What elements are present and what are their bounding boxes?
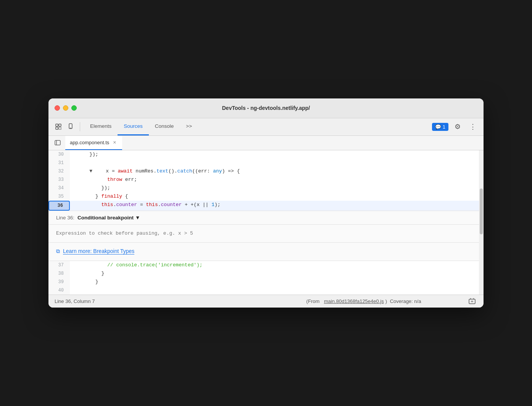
line-number-33: 33 bbox=[48, 176, 70, 184]
status-coverage: Coverage: n/a bbox=[390, 298, 421, 304]
line-content-31 bbox=[70, 159, 479, 167]
status-position-text: Line 36, Column 7 bbox=[55, 298, 95, 304]
window-title: DevTools - ng-devtools.netlify.app/ bbox=[222, 105, 310, 111]
status-from-label: (From bbox=[306, 298, 320, 304]
line-number-38: 38 bbox=[48, 269, 70, 278]
titlebar: DevTools - ng-devtools.netlify.app/ bbox=[48, 98, 484, 118]
badge-icon: 💬 bbox=[435, 124, 441, 130]
line-content-36: this.counter = this.counter + +(x || 1); bbox=[70, 201, 479, 211]
table-row: 32 ▼ x = await numRes.text().catch((err:… bbox=[48, 167, 479, 176]
line-content-38: } bbox=[70, 269, 479, 278]
filename: app.component.ts bbox=[70, 140, 109, 145]
table-row: 36 this.counter = this.counter + +(x || … bbox=[48, 201, 479, 211]
status-position: Line 36, Column 7 bbox=[55, 298, 261, 304]
line-content-40 bbox=[70, 286, 479, 295]
table-row: 39 } bbox=[48, 278, 479, 286]
dropdown-arrow-icon: ▼ bbox=[135, 215, 140, 221]
line-content-33: throw err; bbox=[70, 176, 479, 184]
console-badge-button[interactable]: 💬 1 bbox=[432, 123, 448, 131]
screenshot-icon-button[interactable] bbox=[467, 296, 477, 307]
breakpoint-type-label: Conditional breakpoint bbox=[77, 215, 134, 221]
tab-more[interactable]: >> bbox=[180, 118, 198, 135]
table-row: 33 throw err; bbox=[48, 176, 479, 184]
statusbar: Line 36, Column 7 (From main.80d1368fa12… bbox=[48, 295, 484, 308]
breakpoint-type-select[interactable]: Conditional breakpoint ▼ bbox=[77, 215, 140, 221]
toolbar: Elements Sources Console >> 💬 1 ⚙ ⋮ bbox=[48, 118, 484, 136]
more-options-button[interactable]: ⋮ bbox=[467, 121, 479, 133]
close-button[interactable] bbox=[55, 105, 60, 111]
line-number-30: 30 bbox=[48, 150, 70, 159]
toolbar-divider bbox=[80, 122, 80, 131]
table-row: 38 } bbox=[48, 269, 479, 278]
breakpoint-header: Line 36: Conditional breakpoint ▼ bbox=[48, 211, 479, 225]
status-file-link[interactable]: main.80d1368fa125e4e0.js bbox=[324, 298, 384, 304]
status-paren-close: ) bbox=[385, 298, 389, 304]
line-content-35: } finally { bbox=[70, 192, 479, 201]
table-row: 37 // console.trace('incremented'); bbox=[48, 261, 479, 269]
status-center: (From main.80d1368fa125e4e0.js ) Coverag… bbox=[261, 298, 467, 304]
breakpoint-expression-area bbox=[48, 225, 479, 243]
code-lines-continued: 37 // console.trace('incremented'); 38 }… bbox=[48, 261, 479, 295]
line-number-35: 35 bbox=[48, 192, 70, 201]
external-link-icon: ⧉ bbox=[56, 248, 60, 255]
maximize-button[interactable] bbox=[71, 105, 77, 111]
svg-rect-0 bbox=[56, 124, 58, 126]
line-content-39: } bbox=[70, 278, 479, 286]
devtools-window: DevTools - ng-devtools.netlify.app/ Elem… bbox=[48, 98, 484, 308]
svg-rect-6 bbox=[55, 140, 60, 145]
table-row: 34 }); bbox=[48, 184, 479, 192]
inspector-icon[interactable] bbox=[53, 121, 64, 132]
line-number-32: 32 bbox=[48, 167, 70, 176]
toolbar-right: 💬 1 ⚙ ⋮ bbox=[432, 121, 479, 133]
toolbar-tabs: Elements Sources Console >> bbox=[84, 118, 430, 135]
badge-count: 1 bbox=[443, 124, 445, 130]
sidebar-toggle-button[interactable] bbox=[52, 136, 64, 150]
breakpoint-expression-input[interactable] bbox=[56, 230, 471, 237]
editor-area: 30 }); 31 32 ▼ x = await numRes.text().c… bbox=[48, 150, 484, 295]
breakpoint-panel: Line 36: Conditional breakpoint ▼ ⧉ Lear… bbox=[48, 211, 479, 261]
filetab-close-button[interactable]: × bbox=[111, 139, 118, 145]
tab-elements[interactable]: Elements bbox=[84, 118, 118, 135]
table-row: 40 bbox=[48, 286, 479, 295]
svg-rect-3 bbox=[59, 127, 61, 129]
line-content-32: ▼ x = await numRes.text().catch((err: an… bbox=[70, 167, 479, 176]
file-tab-app-component[interactable]: app.component.ts × bbox=[65, 136, 122, 150]
status-right bbox=[467, 296, 477, 307]
tab-console[interactable]: Console bbox=[149, 118, 180, 135]
line-number-39: 39 bbox=[48, 278, 70, 286]
scrollbar-thumb[interactable] bbox=[480, 188, 483, 234]
svg-rect-5 bbox=[70, 128, 71, 128]
svg-rect-2 bbox=[59, 124, 61, 126]
breakpoint-link-area: ⧉ Learn more: Breakpoint Types bbox=[48, 243, 479, 261]
line-number-36: 36 bbox=[48, 201, 70, 211]
svg-rect-11 bbox=[471, 301, 473, 302]
minimize-button[interactable] bbox=[63, 105, 68, 111]
traffic-lights bbox=[55, 105, 77, 111]
line-content-34: }); bbox=[70, 184, 479, 192]
code-editor: 30 }); 31 32 ▼ x = await numRes.text().c… bbox=[48, 150, 479, 295]
settings-button[interactable]: ⚙ bbox=[451, 121, 464, 133]
tab-sources[interactable]: Sources bbox=[118, 118, 149, 135]
code-lines: 30 }); 31 32 ▼ x = await numRes.text().c… bbox=[48, 150, 479, 211]
filetabs: app.component.ts × bbox=[48, 136, 484, 150]
device-icon[interactable] bbox=[65, 121, 76, 132]
learn-more-link[interactable]: Learn more: Breakpoint Types bbox=[63, 248, 134, 255]
table-row: 35 } finally { bbox=[48, 192, 479, 201]
svg-rect-1 bbox=[56, 127, 58, 129]
line-number-34: 34 bbox=[48, 184, 70, 192]
scrollbar[interactable] bbox=[479, 150, 484, 295]
table-row: 30 }); bbox=[48, 150, 479, 159]
line-content-30: }); bbox=[70, 150, 479, 159]
breakpoint-line-label: Line 36: bbox=[56, 215, 74, 221]
line-number-31: 31 bbox=[48, 159, 70, 167]
line-content-37: // console.trace('incremented'); bbox=[70, 261, 479, 269]
line-number-37: 37 bbox=[48, 261, 70, 269]
line-number-40: 40 bbox=[48, 286, 70, 295]
table-row: 31 bbox=[48, 159, 479, 167]
